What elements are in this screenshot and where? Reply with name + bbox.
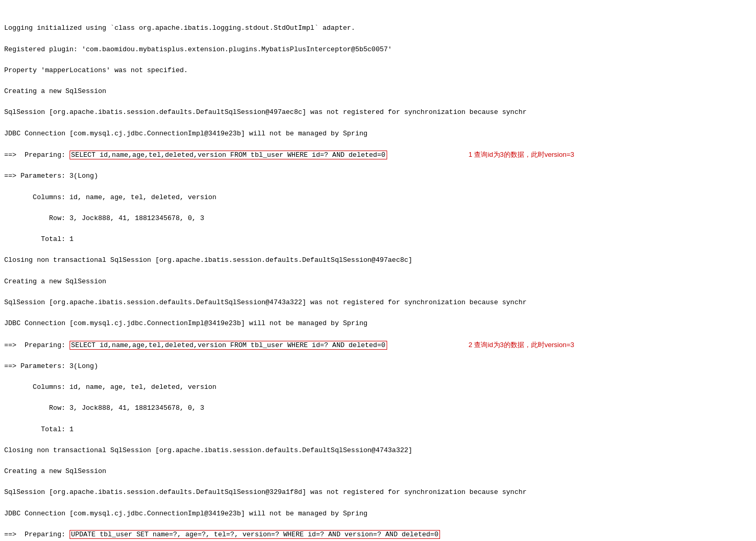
log-line-line17: ==> Parameters: 3(Long) (4, 361, 752, 372)
log-line-line19: Row: 3, Jock888, 41, 18812345678, 0, 3 (4, 403, 752, 413)
log-prefix: ==> Preparing: (4, 341, 70, 349)
log-line-line14: SqlSession [org.apache.ibatis.session.de… (4, 297, 752, 308)
log-line-line1: Logging initialized using `class org.apa… (4, 23, 752, 33)
log-line-line15: JDBC Connection [com.mysql.cj.jdbc.Conne… (4, 318, 752, 329)
log-line-line25: ==> Preparing: UPDATE tbl_user SET name=… (4, 530, 752, 540)
log-line-line2: Registered plugin: 'com.baomidou.mybatis… (4, 44, 752, 55)
log-line-line18: Columns: id, name, age, tel, deleted, ve… (4, 382, 752, 393)
log-line-line5: SqlSession [org.apache.ibatis.session.de… (4, 107, 752, 118)
log-prefix: ==> Preparing: (4, 531, 70, 538)
log-line-line7: ==> Preparing: SELECT id,name,age,tel,de… (4, 149, 752, 160)
log-line-line8: ==> Parameters: 3(Long) (4, 171, 752, 181)
log-line-line23: SqlSession [org.apache.ibatis.session.de… (4, 487, 752, 498)
log-container: Logging initialized using `class org.apa… (0, 0, 756, 541)
log-line-line22: Creating a new SqlSession (4, 466, 752, 477)
log-line-line11: Total: 1 (4, 234, 752, 245)
sql-highlight: SELECT id,name,age,tel,deleted,version F… (70, 151, 387, 159)
log-line-line20: Total: 1 (4, 424, 752, 435)
log-line-line13: Creating a new SqlSession (4, 277, 752, 287)
log-line-line4: Creating a new SqlSession (4, 86, 752, 97)
log-line-line21: Closing non transactional SqlSession [or… (4, 445, 752, 456)
log-prefix: ==> Preparing: (4, 151, 70, 159)
log-line-line9: Columns: id, name, age, tel, deleted, ve… (4, 192, 752, 203)
log-line-line24: JDBC Connection [com.mysql.cj.jdbc.Conne… (4, 509, 752, 519)
log-line-line16: ==> Preparing: SELECT id,name,age,tel,de… (4, 340, 752, 351)
sql-highlight: SELECT id,name,age,tel,deleted,version F… (70, 341, 387, 350)
log-line-line6: JDBC Connection [com.mysql.cj.jdbc.Conne… (4, 129, 752, 139)
sql-annotation: 2 查询id为3的数据，此时version=3 (469, 341, 574, 349)
log-line-line10: Row: 3, Jock888, 41, 18812345678, 0, 3 (4, 213, 752, 224)
sql-highlight: UPDATE tbl_user SET name=?, age=?, tel=?… (70, 530, 440, 539)
sql-annotation: 1 查询id为3的数据，此时version=3 (469, 151, 574, 158)
log-line-line12: Closing non transactional SqlSession [or… (4, 255, 752, 266)
log-line-line3: Property 'mapperLocations' was not speci… (4, 65, 752, 76)
